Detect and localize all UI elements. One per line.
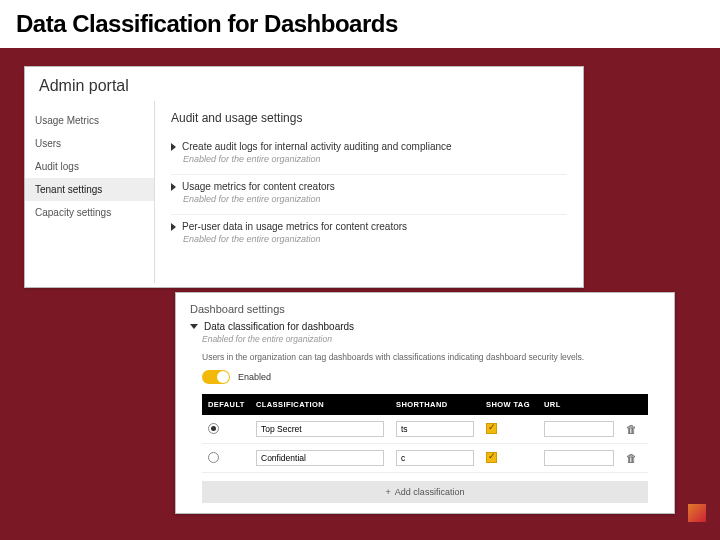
- setting-usage-metrics[interactable]: Usage metrics for content creators Enabl…: [171, 175, 567, 215]
- delete-row-button[interactable]: 🗑: [626, 423, 637, 435]
- sidebar-item-capacity-settings[interactable]: Capacity settings: [25, 201, 154, 224]
- delete-row-button[interactable]: 🗑: [626, 452, 637, 464]
- dashboard-settings-header: Dashboard settings: [190, 303, 660, 315]
- setting-subtext: Enabled for the entire organization: [202, 334, 660, 344]
- plus-icon: +: [386, 487, 391, 497]
- slide-title: Data Classification for Dashboards: [0, 0, 720, 48]
- admin-portal-header: Admin portal: [25, 67, 583, 101]
- show-tag-checkbox[interactable]: [486, 423, 497, 434]
- enabled-toggle[interactable]: [202, 370, 230, 384]
- shorthand-input[interactable]: [396, 450, 474, 466]
- shorthand-input[interactable]: [396, 421, 474, 437]
- th-default: DEFAULT: [202, 394, 250, 415]
- settings-section-title: Audit and usage settings: [171, 111, 567, 125]
- classification-input[interactable]: [256, 421, 384, 437]
- setting-subtext: Enabled for the entire organization: [183, 194, 567, 204]
- th-delete: [620, 394, 648, 415]
- th-shorthand: SHORTHAND: [390, 394, 480, 415]
- logo-icon: [688, 504, 706, 522]
- default-radio[interactable]: [208, 452, 219, 463]
- th-show-tag: SHOW TAG: [480, 394, 538, 415]
- dashboard-settings-panel: Dashboard settings Data classification f…: [175, 292, 675, 514]
- add-classification-button[interactable]: +Add classification: [202, 481, 648, 503]
- setting-per-user-data[interactable]: Per-user data in usage metrics for conte…: [171, 215, 567, 254]
- setting-title-text: Create audit logs for internal activity …: [182, 141, 452, 152]
- enabled-toggle-label: Enabled: [238, 372, 271, 382]
- default-radio[interactable]: [208, 423, 219, 434]
- add-classification-label: Add classification: [395, 487, 465, 497]
- slide-canvas: Admin portal Usage Metrics Users Audit l…: [0, 44, 720, 530]
- tenant-settings-pane: Audit and usage settings Create audit lo…: [155, 101, 583, 283]
- setting-subtext: Enabled for the entire organization: [183, 234, 567, 244]
- table-header: DEFAULT CLASSIFICATION SHORTHAND SHOW TA…: [202, 394, 648, 415]
- classification-table: DEFAULT CLASSIFICATION SHORTHAND SHOW TA…: [202, 394, 648, 473]
- setting-title-text: Per-user data in usage metrics for conte…: [182, 221, 407, 232]
- setting-title-text: Usage metrics for content creators: [182, 181, 335, 192]
- setting-data-classification[interactable]: Data classification for dashboards: [190, 321, 660, 332]
- table-row: 🗑: [202, 415, 648, 444]
- th-classification: CLASSIFICATION: [250, 394, 390, 415]
- url-input[interactable]: [544, 421, 614, 437]
- classification-input[interactable]: [256, 450, 384, 466]
- sidebar-item-audit-logs[interactable]: Audit logs: [25, 155, 154, 178]
- sidebar-item-tenant-settings[interactable]: Tenant settings: [25, 178, 154, 201]
- show-tag-checkbox[interactable]: [486, 452, 497, 463]
- setting-subtext: Enabled for the entire organization: [183, 154, 567, 164]
- sidebar-item-usage-metrics[interactable]: Usage Metrics: [25, 109, 154, 132]
- th-url: URL: [538, 394, 620, 415]
- caret-right-icon: [171, 223, 176, 231]
- sidebar-item-users[interactable]: Users: [25, 132, 154, 155]
- caret-down-icon: [190, 324, 198, 329]
- url-input[interactable]: [544, 450, 614, 466]
- caret-right-icon: [171, 183, 176, 191]
- setting-title-text: Data classification for dashboards: [204, 321, 354, 332]
- setting-help-text: Users in the organization can tag dashbo…: [202, 352, 660, 362]
- caret-right-icon: [171, 143, 176, 151]
- admin-sidebar: Usage Metrics Users Audit logs Tenant se…: [25, 101, 155, 283]
- admin-portal-panel: Admin portal Usage Metrics Users Audit l…: [24, 66, 584, 288]
- setting-audit-logs[interactable]: Create audit logs for internal activity …: [171, 135, 567, 175]
- table-row: 🗑: [202, 444, 648, 473]
